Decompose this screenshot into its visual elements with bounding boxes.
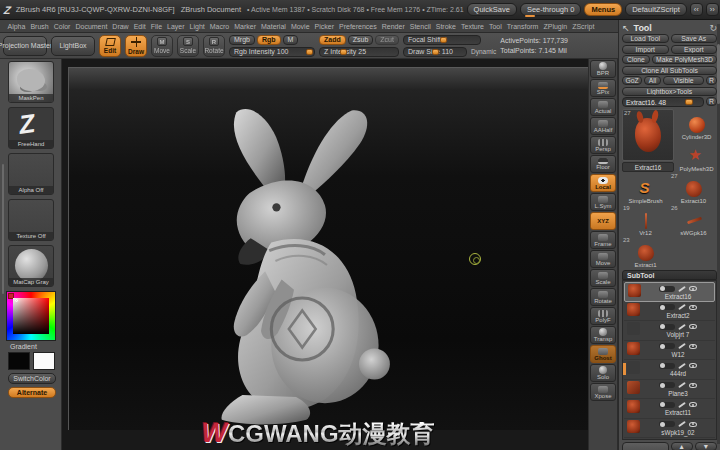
color-picker[interactable] [6, 291, 56, 341]
menu-item[interactable]: Marker [232, 23, 259, 30]
slider-handle[interactable] [685, 99, 693, 105]
active-tool-slider[interactable]: Extract16. 48 [622, 97, 704, 107]
visibility-toggle[interactable] [659, 363, 675, 369]
eye-icon[interactable] [689, 422, 697, 427]
subtool-thumbnail[interactable] [627, 400, 640, 413]
menu-item[interactable]: Material [258, 23, 288, 30]
rotate-mode-button[interactable]: R Rotate [203, 35, 225, 57]
import-button[interactable]: Import [622, 45, 669, 54]
menu-item[interactable]: Color [51, 23, 73, 30]
right-shelf-button[interactable]: Floor [590, 155, 616, 173]
menu-item[interactable]: File [148, 23, 164, 30]
menu-item[interactable]: ZPlugin [541, 23, 570, 30]
menu-item[interactable]: Light [187, 23, 207, 30]
subtool-item[interactable]: W12 [624, 341, 715, 361]
slider-handle[interactable] [432, 49, 439, 55]
subtool-item[interactable]: sWpk19_02 [624, 419, 715, 439]
load-tool-button[interactable]: Load Tool [622, 34, 669, 43]
default-zscript-button[interactable]: DefaultZScript [625, 3, 687, 16]
subtool-thumbnail[interactable] [627, 420, 640, 433]
menu-item[interactable]: Stroke [433, 23, 458, 30]
tool-palette-item[interactable]: Cylinder3D [676, 109, 717, 140]
right-shelf-button[interactable]: L.Sym [590, 193, 616, 211]
subtool-thumbnail[interactable] [627, 322, 640, 335]
zbrush-document[interactable] [68, 67, 588, 430]
select-up-button[interactable]: ▲ [671, 442, 693, 450]
menu-item[interactable]: Edit [131, 23, 148, 30]
menu-item[interactable]: Preferences [337, 23, 380, 30]
polypaint-brush-icon[interactable] [678, 285, 686, 291]
slider-handle[interactable] [340, 49, 347, 55]
eye-icon[interactable] [689, 383, 697, 388]
visibility-toggle[interactable] [659, 421, 675, 427]
tool-palette-item[interactable]: PolyMesh3D [676, 141, 717, 172]
current-brush-thumbnail[interactable]: MaskPen [8, 61, 54, 103]
tool-r-button[interactable]: R [706, 97, 717, 106]
left-shelf-scrollbar[interactable] [2, 164, 4, 294]
eye-icon[interactable] [689, 286, 697, 291]
right-shelf-button[interactable]: SPix [590, 79, 616, 97]
draw-size-slider[interactable]: Draw Size 110 [403, 47, 467, 57]
menu-item[interactable]: Draw [110, 23, 131, 30]
visibility-toggle[interactable] [659, 324, 675, 330]
right-shelf-button[interactable]: Actual [590, 98, 616, 116]
right-shelf-button[interactable]: Transp [590, 326, 616, 344]
tool-palette-item[interactable]: 26 sWGpk16 [670, 205, 717, 236]
goz-r-button[interactable]: R [706, 76, 717, 85]
current-alpha-thumbnail[interactable]: Alpha Off [8, 153, 54, 195]
lightbox-button[interactable]: LightBox [51, 36, 95, 56]
z-intensity-slider[interactable]: Z Intensity 25 [319, 47, 399, 57]
menu-item[interactable]: Brush [28, 23, 51, 30]
eye-icon[interactable] [689, 344, 697, 349]
visibility-toggle[interactable] [659, 286, 675, 292]
clone-button[interactable]: Clone [622, 55, 650, 64]
subtool-thumbnail[interactable] [627, 361, 640, 374]
m-button[interactable]: M [283, 35, 299, 45]
right-shelf-button[interactable]: PolyF [590, 307, 616, 325]
goz-button[interactable]: GoZ [622, 76, 642, 85]
eye-icon[interactable] [689, 363, 697, 368]
clone-all-subtools-button[interactable]: Clone All SubTools [622, 66, 717, 75]
right-shelf-button[interactable]: Move [590, 250, 616, 268]
menu-item[interactable]: Document [73, 23, 110, 30]
gradient-label[interactable]: Gradient [10, 343, 61, 350]
current-stroke-thumbnail[interactable]: FreeHand [8, 107, 54, 149]
tool-palette-item[interactable]: 23 Extract1 [622, 237, 669, 268]
polypaint-brush-icon[interactable] [678, 362, 686, 368]
lightbox-tools-button[interactable]: Lightbox>Tools [622, 87, 717, 96]
polypaint-brush-icon[interactable] [678, 382, 686, 388]
menu-item[interactable]: Layer [165, 23, 188, 30]
save-as-button[interactable]: Save As [671, 34, 718, 43]
right-shelf-button[interactable]: Solo [590, 364, 616, 382]
subtool-item[interactable]: Extract11 [624, 399, 715, 419]
right-shelf-button[interactable]: BPR [590, 60, 616, 78]
polypaint-brush-icon[interactable] [678, 401, 686, 407]
subtool-section-header[interactable]: SubTool [622, 270, 717, 280]
right-shelf-button[interactable]: XYZ [590, 212, 616, 230]
alternate-button[interactable]: Alternate [8, 387, 56, 398]
subtool-thumbnail[interactable] [627, 342, 640, 355]
subtool-item[interactable]: Plane3 [624, 380, 715, 400]
current-texture-thumbnail[interactable]: Texture Off [8, 199, 54, 241]
slider-handle[interactable] [440, 37, 447, 43]
menus-button[interactable]: Menus [584, 3, 622, 16]
projection-master-button[interactable]: Projection Master [3, 36, 47, 56]
zsub-button[interactable]: Zsub [348, 35, 374, 45]
right-shelf-button[interactable]: Xpose [590, 383, 616, 401]
subtool-item[interactable]: Volpjrt 7 [624, 321, 715, 341]
polypaint-brush-icon[interactable] [678, 421, 686, 427]
refresh-icon[interactable]: ↻ [709, 23, 717, 33]
menu-item[interactable]: Picker [312, 23, 336, 30]
menu-item[interactable]: Texture [458, 23, 486, 30]
document-canvas[interactable]: W CGWANG动漫教育 [62, 59, 588, 450]
main-color-swatch[interactable] [8, 352, 30, 370]
rgb-button[interactable]: Rgb [257, 35, 281, 45]
right-shelf-button[interactable]: Ghost [590, 345, 616, 363]
visibility-toggle[interactable] [659, 304, 675, 310]
scale-mode-button[interactable]: S Scale [177, 35, 199, 57]
visibility-toggle[interactable] [659, 402, 675, 408]
goz-visible-button[interactable]: Visible [663, 76, 704, 85]
list-all-button[interactable]: List All [622, 442, 669, 450]
focal-shift-slider[interactable]: Focal Shift 0 [403, 35, 481, 45]
right-shelf-button[interactable]: Frame [590, 231, 616, 249]
